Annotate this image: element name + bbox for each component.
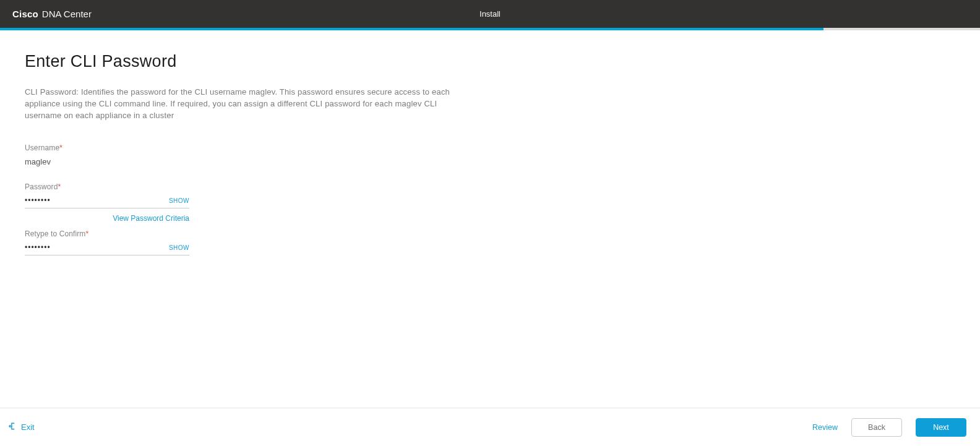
password-input-row: SHOW bbox=[25, 194, 189, 208]
password-label: Password* bbox=[25, 182, 189, 191]
required-asterisk: * bbox=[59, 144, 62, 152]
back-button[interactable]: Back bbox=[851, 418, 902, 437]
footer-right: Review Back Next bbox=[812, 418, 966, 437]
back-button-label: Back bbox=[868, 423, 885, 432]
progress-bar bbox=[0, 28, 980, 30]
username-label: Username* bbox=[25, 144, 189, 152]
brand: Cisco DNA Center bbox=[0, 9, 92, 19]
required-asterisk: * bbox=[58, 182, 61, 191]
retype-field-group: Retype to Confirm* SHOW bbox=[25, 229, 189, 255]
criteria-link-row: View Password Criteria bbox=[25, 212, 189, 223]
exit-button[interactable]: Exit bbox=[9, 422, 35, 432]
retype-label: Retype to Confirm* bbox=[25, 229, 189, 238]
next-button-label: Next bbox=[933, 423, 949, 432]
cli-password-form: Username* maglev Password* SHOW View Pas… bbox=[25, 144, 189, 255]
progress-fill bbox=[0, 28, 823, 30]
password-input[interactable] bbox=[25, 195, 169, 206]
retype-input[interactable] bbox=[25, 242, 169, 253]
header-center-title: Install bbox=[479, 9, 501, 19]
username-label-text: Username bbox=[25, 144, 59, 152]
app-header: Cisco DNA Center Install bbox=[0, 0, 980, 28]
retype-label-text: Retype to Confirm bbox=[25, 229, 85, 238]
brand-bold: Cisco bbox=[12, 9, 38, 19]
exit-label: Exit bbox=[21, 422, 35, 432]
username-value: maglev bbox=[25, 157, 189, 166]
page-title: Enter CLI Password bbox=[25, 52, 955, 71]
password-field-group: Password* SHOW View Password Criteria bbox=[25, 182, 189, 223]
next-button[interactable]: Next bbox=[916, 418, 966, 437]
show-password-toggle[interactable]: SHOW bbox=[169, 197, 189, 204]
review-link[interactable]: Review bbox=[812, 423, 838, 432]
show-retype-toggle[interactable]: SHOW bbox=[169, 244, 189, 251]
page-description: CLI Password: Identifies the password fo… bbox=[25, 87, 470, 122]
retype-input-row: SHOW bbox=[25, 241, 189, 255]
view-password-criteria-link[interactable]: View Password Criteria bbox=[113, 214, 189, 223]
username-field-group: Username* maglev bbox=[25, 144, 189, 166]
password-label-text: Password bbox=[25, 182, 58, 191]
brand-rest: DNA Center bbox=[42, 9, 92, 19]
required-asterisk: * bbox=[85, 229, 88, 238]
exit-icon bbox=[9, 422, 17, 432]
footer-bar: Exit Review Back Next bbox=[0, 408, 980, 446]
main-content: Enter CLI Password CLI Password: Identif… bbox=[0, 30, 980, 255]
